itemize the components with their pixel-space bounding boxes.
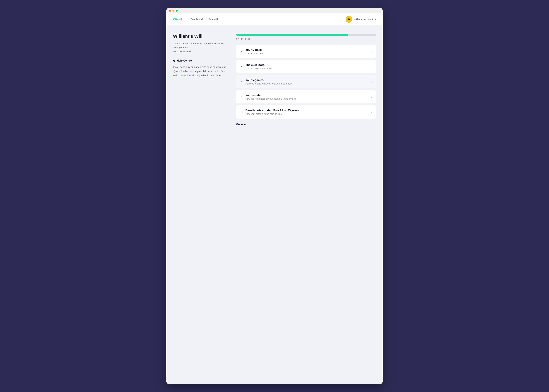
section-your-details[interactable]: ✓ Your Details The Testator details ∧ [236,45,376,58]
section-legacies-title: Your legacies [245,78,292,82]
section-legacies-chevron: ∧ [370,80,372,83]
help-section: ⊕ Help Centre If you need any guidance w… [173,59,226,78]
nav-link-dashboard[interactable]: Dashboard [190,18,203,21]
section-estate-titles: Your estate How the remainder of your es… [245,94,296,100]
account-menu[interactable]: W William's account ▾ [345,16,376,23]
section-beneficiaries-title: Beneficiaries under 18 or 21 or 25 years [245,109,299,112]
section-executors[interactable]: ✓ The executors Who will execute your Wi… [236,60,376,73]
progress-label: 80% Progress [236,38,250,40]
section-executors-subtitle: Who will execute your Will [245,67,273,70]
section-legacies-header[interactable]: ✓ Your legacies Name who and what you wa… [236,75,376,88]
browser-top-bar [166,8,383,13]
help-icon: ⊕ [173,59,176,63]
account-name: William's account [354,18,373,21]
section-legacies[interactable]: ✓ Your legacies Name who and what you wa… [236,75,376,88]
check-icon-estate: ✓ [240,95,243,99]
right-panel: 80% Progress ✓ Your Details The Testator… [236,34,376,374]
check-icon-legacies: ✓ [240,80,243,84]
progress-bar-fill [236,34,348,36]
section-your-details-titles: Your Details The Testator details [245,48,266,55]
section-executors-title: The executors [245,63,273,67]
section-legacies-left: ✓ Your legacies Name who and what you wa… [240,78,292,85]
chevron-down-icon: ▾ [375,18,376,20]
help-centre-link[interactable]: Help Centre [173,74,186,77]
progress-container: 80% Progress [236,34,376,40]
avatar: W [345,16,352,23]
check-icon-your-details: ✓ [240,50,243,53]
logo-will: will [178,17,183,21]
dot-green[interactable] [176,10,178,12]
section-estate-subtitle: How the remainder of your estate is to b… [245,98,296,100]
section-estate[interactable]: ✓ Your estate How the remainder of your … [236,90,376,104]
left-panel: William's Will These simple steps collec… [173,34,226,374]
section-your-details-left: ✓ Your Details The Testator details [240,48,266,55]
section-estate-title: Your estate [245,94,296,97]
section-your-details-header[interactable]: ✓ Your Details The Testator details ∧ [236,45,376,58]
navbar: wewill Dashboard Your Will W William's a… [166,13,383,25]
optional-label: Optional [236,123,376,126]
dot-red[interactable] [169,10,171,12]
section-executors-left: ✓ The executors Who will execute your Wi… [240,63,273,70]
help-title: ⊕ Help Centre [173,59,226,63]
section-legacies-subtitle: Name who and what you want them to inher… [245,82,292,85]
section-executors-titles: The executors Who will execute your Will [245,63,273,70]
browser-window: wewill Dashboard Your Will W William's a… [166,8,383,384]
help-text: If you need any guidance with each secti… [173,65,226,78]
will-subtitle: These simple steps collect all the infor… [173,42,226,54]
dot-yellow[interactable] [172,10,174,12]
logo[interactable]: wewill [173,17,183,21]
section-beneficiaries[interactable]: ✓ Beneficiaries under 18 or 21 or 25 yea… [236,105,376,119]
check-icon-executors: ✓ [240,65,243,69]
section-your-details-title: Your Details [245,48,266,52]
section-legacies-titles: Your legacies Name who and what you want… [245,78,292,85]
section-estate-left: ✓ Your estate How the remainder of your … [240,94,296,100]
section-beneficiaries-chevron: ∧ [370,111,372,113]
progress-bar-background [236,34,376,36]
section-estate-chevron: ∧ [370,96,372,98]
logo-we: we [173,17,178,21]
section-beneficiaries-titles: Beneficiaries under 18 or 21 or 25 years… [245,109,299,115]
section-beneficiaries-header[interactable]: ✓ Beneficiaries under 18 or 21 or 25 yea… [236,105,376,119]
section-beneficiaries-left: ✓ Beneficiaries under 18 or 21 or 25 yea… [240,109,299,115]
nav-links: Dashboard Your Will [190,18,345,21]
section-your-details-chevron: ∧ [370,50,372,53]
will-title: William's Will [173,34,226,39]
check-icon-beneficiaries: ✓ [240,110,243,114]
section-beneficiaries-subtitle: How your estte is to be held iin trust [245,112,299,115]
section-estate-header[interactable]: ✓ Your estate How the remainder of your … [236,90,376,104]
section-your-details-subtitle: The Testator details [245,52,266,55]
section-executors-chevron: ∧ [370,65,372,68]
nav-link-your-will[interactable]: Your Will [208,18,218,21]
main-content: William's Will These simple steps collec… [166,25,383,384]
section-executors-header[interactable]: ✓ The executors Who will execute your Wi… [236,60,376,73]
